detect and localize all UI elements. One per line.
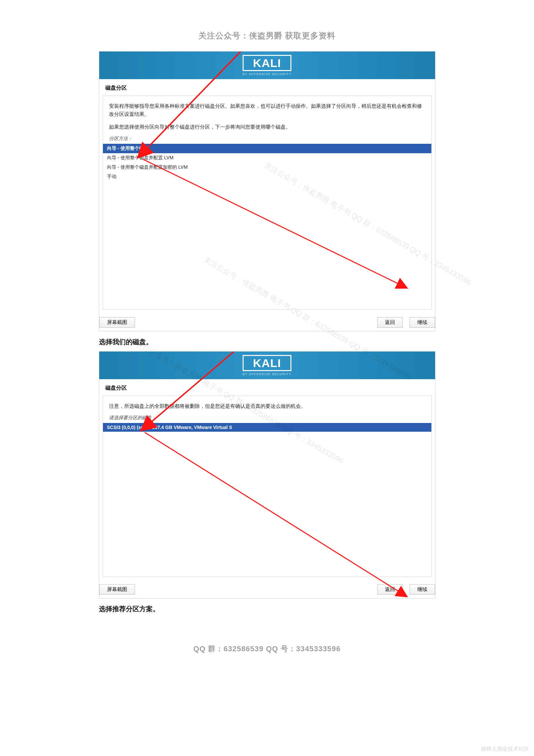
- section-title-2: 磁盘分区: [99, 379, 435, 396]
- list-option[interactable]: 向导 - 使用整个磁盘并配置 LVM: [103, 153, 431, 163]
- list-option[interactable]: SCSI3 (0,0,0) (sda) - 107.4 GB VMware, V…: [103, 423, 431, 432]
- partition-method-list[interactable]: 向导 - 使用整个磁盘向导 - 使用整个磁盘并配置 LVM向导 - 使用整个磁盘…: [103, 144, 431, 182]
- section-title-1: 磁盘分区: [99, 79, 435, 96]
- kali-text: KALI: [248, 357, 286, 369]
- page-footer: QQ 群：632586539 QQ 号：3345333596: [0, 644, 534, 654]
- kali-logo: KALI: [243, 55, 291, 71]
- installer-panel-1: KALI BY OFFENSIVE SECURITY 磁盘分区 安装程序能够指导…: [99, 51, 435, 331]
- list-option[interactable]: 手动: [103, 172, 431, 182]
- list-option[interactable]: 向导 - 使用整个磁盘并配置加密的 LVM: [103, 163, 431, 172]
- screenshot-button[interactable]: 屏幕截图: [99, 584, 135, 595]
- screenshot-button[interactable]: 屏幕截图: [99, 317, 135, 328]
- page-header: 关注公众号：侠盗男爵 获取更多资料: [0, 0, 534, 51]
- kali-subtitle: BY OFFENSIVE SECURITY: [243, 372, 291, 376]
- method-label-1: 分区方法：: [103, 134, 431, 144]
- banner: KALI BY OFFENSIVE SECURITY: [99, 52, 435, 79]
- back-button[interactable]: 返回: [377, 584, 403, 595]
- caption-2: 选择推荐分区方案。: [99, 604, 435, 614]
- kali-logo: KALI: [243, 355, 291, 371]
- corner-watermark: @稀土掘金技术社区: [481, 746, 529, 753]
- back-button[interactable]: 返回: [377, 317, 403, 328]
- list-option[interactable]: 向导 - 使用整个磁盘: [103, 144, 431, 153]
- continue-button[interactable]: 继续: [410, 584, 435, 595]
- disk-select-list[interactable]: SCSI3 (0,0,0) (sda) - 107.4 GB VMware, V…: [103, 423, 431, 432]
- installer-panel-2: KALI BY OFFENSIVE SECURITY 磁盘分区 注意，所选磁盘上…: [99, 351, 435, 598]
- intro-text-2: 如果您选择使用分区向导对整个磁盘进行分区，下一步将询问您要使用哪个磁盘。: [109, 123, 425, 131]
- caption-1: 选择我们的磁盘。: [99, 337, 435, 347]
- kali-subtitle: BY OFFENSIVE SECURITY: [243, 72, 291, 76]
- continue-button[interactable]: 继续: [410, 317, 435, 328]
- warning-text: 注意，所选磁盘上的全部数据都将被删除，但是您还是有确认是否真的要这么做的机会。: [109, 402, 425, 410]
- intro-text-1: 安装程序能够指导您采用各种标准方案进行磁盘分区。如果您喜欢，也可以进行手动操作。…: [109, 102, 425, 118]
- method-label-2: 请选择要分区的磁盘：: [103, 413, 431, 423]
- kali-text: KALI: [248, 57, 286, 69]
- banner: KALI BY OFFENSIVE SECURITY: [99, 352, 435, 379]
